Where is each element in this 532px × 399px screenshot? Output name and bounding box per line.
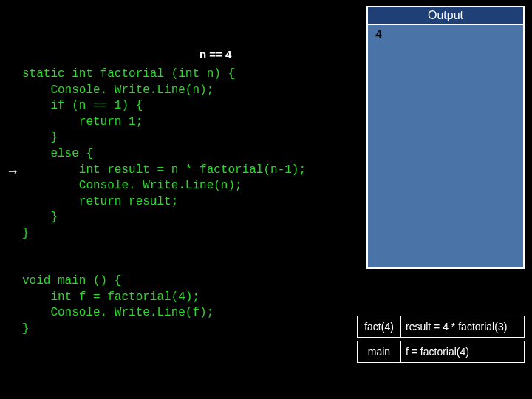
code-factorial: static int factorial (int n) { Console. … [22,66,306,242]
execution-pointer-icon: → [6,164,19,180]
output-header: Output [368,7,523,25]
code-main: void main () { int f = factorial(4); Con… [22,273,214,337]
output-line: 4 [375,28,516,41]
n-state-label: n == 4 [200,48,231,61]
stack-row: fact(4) result = 4 * factorial(3) [357,316,525,338]
output-panel: Output 4 [366,6,525,269]
stack-frame-expr: f = factorial(4) [401,341,525,363]
call-stack: fact(4) result = 4 * factorial(3) main f… [357,316,525,366]
output-body: 4 [368,25,523,267]
stack-frame-name: fact(4) [357,316,401,338]
stack-frame-name: main [357,341,401,363]
stack-frame-expr: result = 4 * factorial(3) [401,316,525,338]
stack-row: main f = factorial(4) [357,341,525,363]
